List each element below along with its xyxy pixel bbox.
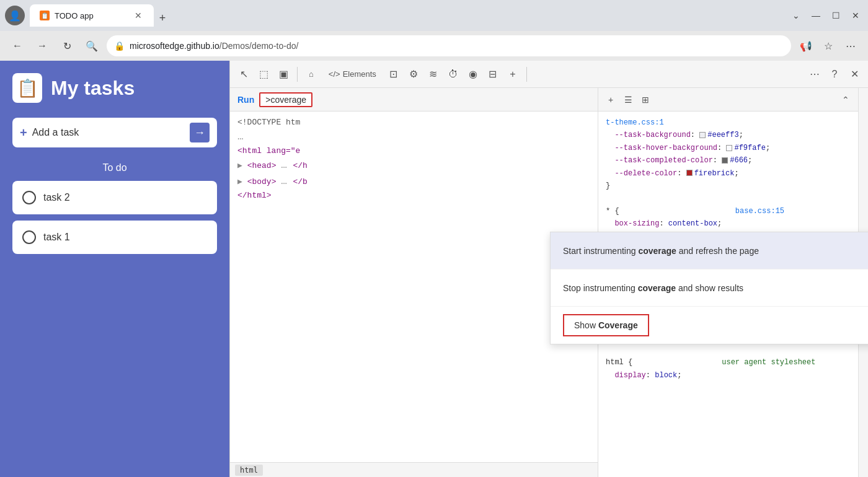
search-button[interactable]: 🔍 bbox=[82, 36, 102, 56]
html-close-tag: </html> bbox=[237, 191, 272, 200]
css-prop-task-hover-bg: --task-hover-background: #f9fafe; bbox=[606, 144, 770, 152]
browser-window: 👤 📋 TODO app ✕ + ⌄ — ☐ ✕ ← → ↻ 🔍 🔒 micro… bbox=[0, 0, 868, 477]
devtools-help-button[interactable]: ? bbox=[826, 66, 843, 83]
add-task-plus-icon: + bbox=[20, 126, 27, 140]
todo-app-icon: 📋 bbox=[12, 73, 42, 103]
tab-favicon: 📋 bbox=[40, 11, 50, 20]
tab-memory-icon[interactable]: ◉ bbox=[464, 66, 482, 83]
tab-application-icon[interactable]: ⊟ bbox=[484, 66, 502, 83]
body-close-tag: </b bbox=[293, 177, 307, 186]
task-item-1[interactable]: task 1 bbox=[12, 221, 217, 254]
source-line-dots: … bbox=[237, 129, 590, 146]
address-bar[interactable]: 🔒 microsoftedge.github.io/Demos/demo-to-… bbox=[107, 35, 791, 56]
source-line-3: ▶ <head> … </h bbox=[237, 158, 590, 174]
source-line-5: </html> bbox=[237, 190, 590, 203]
maximize-button[interactable]: ☐ bbox=[828, 8, 843, 23]
task-2-checkbox[interactable] bbox=[22, 191, 36, 204]
html-source: <!DOCTYPE htm … <html lang="e ▶ <head> … bbox=[230, 112, 598, 462]
close-button[interactable]: ✕ bbox=[848, 8, 863, 23]
css-panel-toolbar: + ☰ ⊞ ⌃ bbox=[598, 88, 858, 112]
show-coverage-row: Show Coverage Quick View bbox=[551, 307, 868, 344]
dropdown-item-stop-coverage[interactable]: Stop instrumenting coverage and show res… bbox=[551, 269, 868, 307]
tab-elements[interactable]: </> Elements bbox=[322, 64, 383, 84]
tab-sources-icon[interactable]: ⚙ bbox=[405, 66, 422, 83]
css-rule-theme: t-theme.css:1 --task-background: #eeeff3… bbox=[606, 116, 851, 192]
devtools-toolbar: ↖ ⬚ ▣ ⌂ </> Elements ⊡ ⚙ ≋ ⏱ ◉ ⊟ + ⋯ bbox=[230, 61, 868, 88]
more-options-button[interactable]: ⋯ bbox=[841, 36, 861, 56]
head-close-tag: </h bbox=[293, 161, 307, 170]
command-dropdown: Start instrumenting coverage and refresh… bbox=[550, 232, 868, 344]
tab-performance-icon[interactable]: ⏱ bbox=[445, 66, 462, 83]
head-dots: … bbox=[281, 160, 293, 171]
favorites-icon[interactable]: ☆ bbox=[818, 36, 838, 56]
devtools-close-button[interactable]: ✕ bbox=[846, 66, 863, 83]
breadcrumb-html-tag[interactable]: html bbox=[235, 465, 263, 476]
add-task-submit-button[interactable]: → bbox=[190, 123, 210, 142]
expand-icon[interactable]: ⌃ bbox=[838, 92, 853, 107]
add-style-rule-button[interactable]: + bbox=[603, 92, 618, 107]
show-coverage-button[interactable]: Show Coverage bbox=[563, 314, 649, 336]
source-line-4: ▶ <body> … </b bbox=[237, 174, 590, 190]
doctype-text: <!DOCTYPE htm bbox=[237, 118, 300, 127]
task-item-2[interactable]: task 2 bbox=[12, 181, 217, 214]
css-file-link-theme[interactable]: t-theme.css:1 bbox=[606, 118, 664, 127]
nav-actions: 📢 ☆ ⋯ bbox=[796, 36, 861, 56]
stop-coverage-text: Stop instrumenting coverage and show res… bbox=[563, 283, 868, 293]
head-open-tag: <head> bbox=[247, 161, 277, 170]
toolbar-separator-2 bbox=[526, 67, 527, 82]
lock-icon: 🔒 bbox=[114, 41, 125, 51]
tab-console-icon[interactable]: ⊡ bbox=[385, 66, 402, 83]
elements-tab-icon: </> bbox=[329, 69, 340, 79]
device-emulation-icon[interactable]: ⬚ bbox=[255, 66, 272, 83]
new-tab-button[interactable]: + bbox=[154, 9, 171, 27]
active-tab[interactable]: 📋 TODO app ✕ bbox=[30, 4, 154, 27]
minimize-button[interactable]: — bbox=[808, 8, 823, 23]
inspect-element-icon[interactable]: ↖ bbox=[235, 66, 252, 83]
chevron-down-icon[interactable]: ⌄ bbox=[789, 8, 804, 23]
body-dots: … bbox=[281, 176, 293, 187]
tab-home[interactable]: ⌂ bbox=[303, 64, 320, 84]
source-dots-1: … bbox=[237, 131, 244, 142]
breadcrumb-bar: html bbox=[230, 462, 598, 477]
main-content: 📋 My tasks + Add a task → To do task 2 t… bbox=[0, 61, 868, 477]
devtools-more-button[interactable]: ⋯ bbox=[806, 66, 823, 83]
source-line-1: <!DOCTYPE htm bbox=[237, 116, 590, 129]
devtools-panel: ↖ ⬚ ▣ ⌂ </> Elements ⊡ ⚙ ≋ ⏱ ◉ ⊟ + ⋯ bbox=[229, 61, 868, 477]
css-prop-task-bg: --task-background: #eeeff3; bbox=[606, 131, 743, 139]
task-1-label: task 1 bbox=[43, 232, 70, 243]
tab-close-button[interactable]: ✕ bbox=[133, 10, 144, 21]
add-task-bar[interactable]: + Add a task → bbox=[12, 118, 217, 147]
run-button[interactable]: Run bbox=[237, 95, 254, 105]
task-1-checkbox[interactable] bbox=[22, 230, 36, 244]
back-button[interactable]: ← bbox=[7, 36, 27, 56]
source-line-2: <html lang="e bbox=[237, 145, 590, 158]
toggle-classes-button[interactable]: ⊞ bbox=[638, 92, 653, 107]
css-rule-html: html { user agent stylesheet display: bl… bbox=[606, 356, 851, 382]
refresh-button[interactable]: ↻ bbox=[57, 36, 77, 56]
todo-app-title: My tasks bbox=[51, 77, 135, 100]
tab-title: TODO app bbox=[55, 11, 94, 20]
toggle-element-state-button[interactable]: ☰ bbox=[621, 92, 636, 107]
dropdown-item-start-coverage[interactable]: Start instrumenting coverage and refresh… bbox=[551, 232, 868, 269]
tab-more-icon[interactable]: + bbox=[504, 66, 521, 83]
toolbar-separator-1 bbox=[297, 67, 298, 82]
toggle-panel-icon[interactable]: ▣ bbox=[275, 66, 292, 83]
html-open-tag: <html lang="e bbox=[237, 146, 300, 155]
nav-bar: ← → ↻ 🔍 🔒 microsoftedge.github.io/Demos/… bbox=[0, 31, 868, 61]
run-bar: Run >coverage bbox=[230, 88, 598, 112]
title-bar: 👤 📋 TODO app ✕ + ⌄ — ☐ ✕ bbox=[0, 0, 868, 31]
todo-app: 📋 My tasks + Add a task → To do task 2 t… bbox=[0, 61, 229, 477]
read-aloud-icon[interactable]: 📢 bbox=[796, 36, 816, 56]
body-open-tag: <body> bbox=[247, 177, 277, 186]
forward-button[interactable]: → bbox=[32, 36, 52, 56]
coverage-input[interactable]: >coverage bbox=[259, 92, 312, 107]
css-file-link-base[interactable]: base.css:15 bbox=[735, 207, 784, 216]
source-panel: Run >coverage <!DOCTYPE htm … <html lang… bbox=[230, 88, 598, 477]
user-avatar[interactable]: 👤 bbox=[5, 6, 25, 25]
tab-network-icon[interactable]: ≋ bbox=[425, 66, 442, 83]
window-controls-right: ⌄ — ☐ ✕ bbox=[789, 8, 863, 23]
todo-header: 📋 My tasks bbox=[12, 73, 217, 103]
add-task-input: Add a task bbox=[32, 127, 185, 138]
css-prop-task-completed: --task-completed-color: #666; bbox=[606, 156, 752, 165]
tab-bar: 📋 TODO app ✕ + bbox=[30, 4, 784, 27]
